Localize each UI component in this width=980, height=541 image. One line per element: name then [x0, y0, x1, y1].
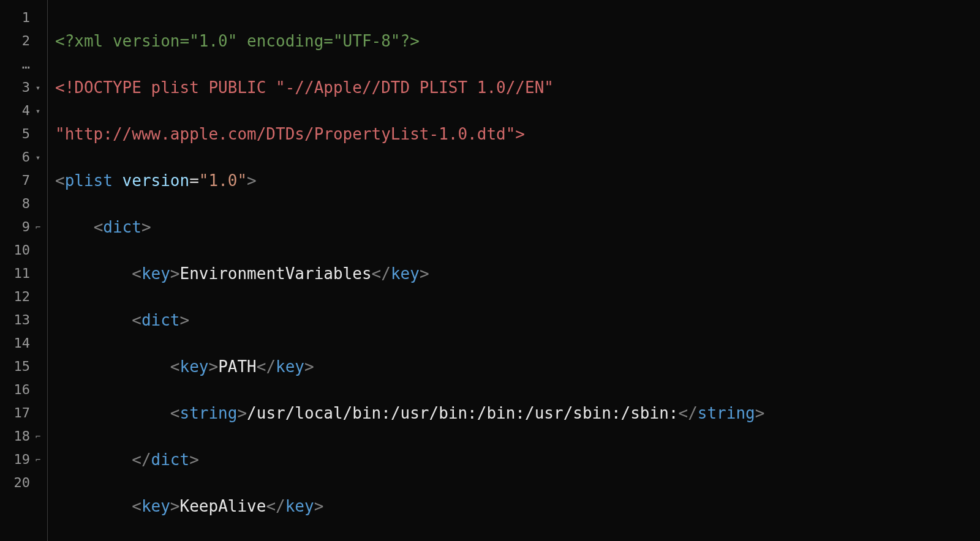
angle-bracket: < [94, 218, 104, 236]
tag-name: string [180, 404, 238, 422]
gutter-row[interactable]: 4▾ [0, 99, 47, 122]
gutter-row[interactable]: 2 [0, 29, 47, 53]
tag-name: key [180, 357, 209, 376]
line-number: … [9, 53, 30, 76]
angle-bracket: < [55, 171, 65, 190]
line-number: 12 [9, 285, 30, 308]
line-number: 14 [9, 332, 30, 355]
fold-icon[interactable]: ⌐ [32, 215, 43, 239]
gutter-row[interactable]: 18⌐ [0, 425, 47, 448]
gutter-row[interactable]: 12 [0, 285, 47, 308]
code-line[interactable]: <!DOCTYPE plist PUBLIC "-//Apple//DTD PL… [55, 76, 764, 99]
angle-bracket: > [170, 497, 180, 515]
line-number: 11 [9, 262, 30, 285]
fold-icon[interactable]: ⌐ [32, 425, 43, 448]
fold-icon[interactable]: ▾ [32, 76, 43, 99]
gutter-row[interactable]: 6▾ [0, 146, 47, 169]
angle-bracket: > [314, 497, 324, 515]
code-line[interactable]: <string>/usr/local/bin:/usr/bin:/bin:/us… [55, 401, 764, 425]
tag-name: key [391, 264, 420, 283]
line-number: 10 [9, 239, 30, 262]
tag-name: key [276, 357, 304, 376]
equals: = [189, 171, 199, 190]
line-number: 20 [9, 471, 30, 494]
angle-bracket: > [208, 357, 218, 376]
line-number: 6 [9, 146, 30, 169]
line-number: 13 [9, 308, 30, 332]
gutter-row[interactable]: 10 [0, 239, 47, 262]
gutter-row[interactable]: 7 [0, 169, 47, 192]
line-number: 4 [9, 99, 30, 122]
code-editor[interactable]: <?xml version="1.0" encoding="UTF-8"?> <… [48, 0, 772, 541]
line-number: 7 [9, 169, 30, 192]
angle-bracket: </ [132, 450, 151, 469]
doctype: <!DOCTYPE plist PUBLIC "-//Apple//DTD PL… [55, 78, 554, 97]
angle-bracket: < [132, 264, 141, 283]
angle-bracket: < [170, 357, 180, 376]
angle-bracket: > [141, 218, 151, 236]
gutter-row[interactable]: … [0, 53, 47, 76]
line-number: 2 [9, 29, 30, 53]
text-content: PATH [218, 357, 257, 376]
text-content: EnvironmentVariables [180, 264, 372, 283]
angle-bracket: > [304, 357, 314, 376]
code-line[interactable]: "http://www.apple.com/DTDs/PropertyList-… [55, 122, 764, 146]
tag-name: key [285, 497, 314, 515]
gutter-row[interactable]: 16 [0, 378, 47, 401]
gutter-row[interactable]: 17 [0, 401, 47, 425]
doctype: "http://www.apple.com/DTDs/PropertyList-… [55, 125, 525, 143]
angle-bracket: > [420, 264, 429, 283]
angle-bracket: </ [372, 264, 391, 283]
tag-name: dict [141, 311, 180, 329]
fold-icon[interactable]: ▾ [32, 99, 43, 122]
line-number: 8 [9, 192, 30, 215]
angle-bracket: < [132, 311, 141, 329]
line-number: 15 [9, 355, 30, 378]
gutter-row[interactable]: 15 [0, 355, 47, 378]
angle-bracket: < [170, 404, 180, 422]
line-number: 5 [9, 122, 30, 146]
line-number: 9 [9, 215, 30, 239]
line-number: 16 [9, 378, 30, 401]
gutter-row[interactable]: 19⌐ [0, 448, 47, 471]
gutter-row[interactable]: 20 [0, 471, 47, 494]
text-content: /usr/local/bin:/usr/bin:/bin:/usr/sbin:/… [247, 404, 678, 422]
tag-name: dict [103, 218, 141, 236]
attr-value: "1.0" [199, 171, 247, 190]
code-line[interactable]: <key>KeepAlive</key> [55, 494, 764, 518]
line-gutter: 1 2 … 3▾ 4▾ 5 6▾ 7 8 9⌐ 10 11 12 13 14 1… [0, 0, 48, 541]
code-line[interactable]: <dict> [55, 308, 764, 332]
angle-bracket: > [180, 311, 190, 329]
line-number: 3 [9, 76, 30, 99]
tag-name: dict [151, 450, 190, 469]
code-line[interactable]: <key>PATH</key> [55, 355, 764, 378]
angle-bracket: </ [266, 497, 285, 515]
gutter-row[interactable]: 3▾ [0, 76, 47, 99]
line-number: 17 [9, 401, 30, 425]
xml-declaration: <?xml version="1.0" encoding="UTF-8"?> [55, 32, 420, 50]
text-content: KeepAlive [180, 497, 266, 515]
angle-bracket: > [189, 450, 199, 469]
code-line[interactable]: </dict> [55, 448, 764, 471]
angle-bracket: </ [678, 404, 697, 422]
gutter-row[interactable]: 11 [0, 262, 47, 285]
tag-name: plist [65, 171, 113, 190]
code-line[interactable]: <dict> [55, 215, 764, 239]
angle-bracket: </ [257, 357, 276, 376]
gutter-row[interactable]: 9⌐ [0, 215, 47, 239]
code-line[interactable]: <?xml version="1.0" encoding="UTF-8"?> [55, 29, 764, 53]
gutter-row[interactable]: 14 [0, 332, 47, 355]
fold-icon[interactable]: ⌐ [32, 448, 43, 471]
angle-bracket: > [237, 404, 247, 422]
attr-name: version [123, 171, 190, 190]
line-number: 18 [9, 425, 30, 448]
fold-icon[interactable]: ▾ [32, 146, 43, 169]
angle-bracket: > [170, 264, 180, 283]
gutter-row[interactable]: 5 [0, 122, 47, 146]
code-line[interactable]: <key>EnvironmentVariables</key> [55, 262, 764, 285]
angle-bracket: > [755, 404, 765, 422]
gutter-row[interactable]: 8 [0, 192, 47, 215]
code-line[interactable]: <plist version="1.0"> [55, 169, 764, 192]
gutter-row[interactable]: 1 [0, 6, 47, 29]
gutter-row[interactable]: 13 [0, 308, 47, 332]
